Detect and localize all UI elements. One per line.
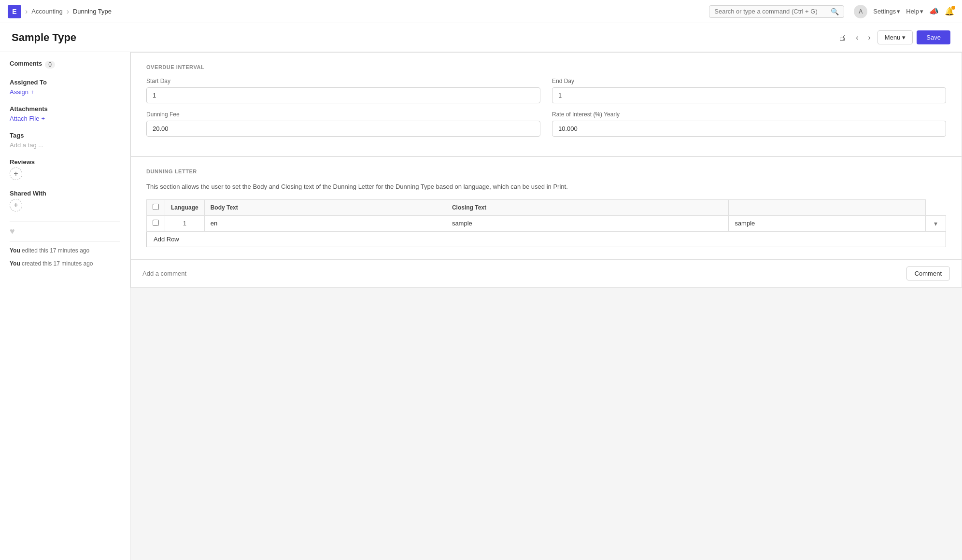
activity-text-1: You edited this 17 minutes ago [10,247,120,255]
menu-button[interactable]: Menu ▾ [877,30,913,44]
add-row-button[interactable]: Add Row [146,232,946,247]
next-button[interactable]: › [865,31,874,44]
page-actions: 🖨 ‹ › Menu ▾ Save [835,30,950,44]
sidebar-divider [10,221,120,222]
header-body: Body Text [204,199,446,215]
sidebar-comments: Comments 0 [10,60,120,69]
overdue-interval-card: OVERDUE INTERVAL Start Day End Day Dunni… [130,52,962,156]
rate-label: Rate of Interest (%) Yearly [552,111,946,118]
row-action-cell: ▾ [926,215,946,231]
main-layout: Comments 0 Assigned To Assign + Attachme… [0,52,962,560]
end-day-label: End Day [552,78,946,84]
row-num: 1 [165,215,205,231]
sidebar-reviews: Reviews + [10,158,120,180]
activity-entry-2: You created this 17 minutes ago [10,260,120,268]
dunning-fee-input[interactable] [146,121,540,137]
assign-link[interactable]: Assign + [10,88,34,96]
notifications-icon[interactable]: 🔔 [945,7,954,16]
tags-placeholder[interactable]: Add a tag ... [10,141,43,149]
end-day-input[interactable] [552,87,946,103]
dunning-fee-label: Dunning Fee [146,111,540,118]
end-day-group: End Day [552,78,946,103]
comment-input[interactable] [142,270,901,277]
header-checkbox-cell [147,199,165,215]
shared-with-label: Shared With [10,190,120,197]
activity-entry-1: You edited this 17 minutes ago [10,247,120,255]
select-all-checkbox[interactable] [153,204,159,210]
rate-input[interactable] [552,121,946,137]
dunning-fee-group: Dunning Fee [146,111,540,137]
start-day-group: Start Day [146,78,540,103]
topnav: E › Accounting › Dunning Type 🔍 A Settin… [0,0,962,23]
breadcrumb-sep2: › [67,7,69,16]
search-icon: 🔍 [831,8,839,15]
rate-group: Rate of Interest (%) Yearly [552,111,946,137]
attachments-label: Attachments [10,105,120,112]
notification-dot [951,6,955,10]
add-shared-button[interactable]: + [10,199,22,211]
breadcrumb-sep1: › [25,7,28,16]
table-row: 1 en sample sample ▾ [147,215,946,231]
comments-label: Comments [10,60,42,67]
overdue-interval-title: OVERDUE INTERVAL [146,64,946,70]
comment-button[interactable]: Comment [906,266,950,280]
sidebar-tags: Tags Add a tag ... [10,132,120,149]
sidebar-attachments: Attachments Attach File + [10,105,120,122]
sidebar-divider2 [10,241,120,242]
print-button[interactable]: 🖨 [835,31,849,44]
row-body[interactable]: sample [446,215,728,231]
header-language: Language [165,199,205,215]
dunning-letter-title: DUNNING LETTER [146,168,946,174]
table-header-row: Language Body Text Closing Text [147,199,946,215]
start-end-day-row: Start Day End Day [146,78,946,103]
sidebar: Comments 0 Assigned To Assign + Attachme… [0,52,130,560]
search-input[interactable] [714,8,828,15]
reviews-label: Reviews [10,158,120,166]
breadcrumb-accounting[interactable]: Accounting [31,8,62,15]
tags-label: Tags [10,132,120,139]
attach-file-link[interactable]: Attach File + [10,115,45,122]
sidebar-assigned-to: Assigned To Assign + [10,79,120,96]
row-action-chevron[interactable]: ▾ [934,220,937,227]
breadcrumb-dunning-type: Dunning Type [73,8,112,15]
content-area: OVERDUE INTERVAL Start Day End Day Dunni… [130,52,962,560]
app-logo: E [8,5,21,18]
row-checkbox[interactable] [153,220,159,226]
settings-button[interactable]: Settings ▾ [873,8,900,15]
topnav-right: A Settings ▾ Help ▾ 📣 🔔 [854,5,954,18]
activity-text-2: You created this 17 minutes ago [10,260,120,268]
comment-card: Comment [130,259,962,288]
dunning-table: Language Body Text Closing Text 1 en sam… [146,199,946,232]
comments-count: 0 [45,61,55,69]
start-day-input[interactable] [146,87,540,103]
dunning-letter-card: DUNNING LETTER This section allows the u… [130,156,962,259]
avatar: A [854,5,867,18]
fee-rate-row: Dunning Fee Rate of Interest (%) Yearly [146,111,946,137]
save-button[interactable]: Save [917,30,950,44]
row-closing[interactable]: sample [729,215,926,231]
dunning-letter-desc: This section allows the user to set the … [146,182,946,192]
row-language[interactable]: en [204,215,446,231]
sidebar-shared-with: Shared With + [10,190,120,211]
header-closing: Closing Text [446,199,728,215]
add-review-button[interactable]: + [10,168,22,180]
header-actions [729,199,926,215]
start-day-label: Start Day [146,78,540,84]
page-header: Sample Type 🖨 ‹ › Menu ▾ Save [0,23,962,52]
page-title: Sample Type [12,31,835,44]
assigned-to-label: Assigned To [10,79,120,86]
heart-icon[interactable]: ♥ [10,226,120,237]
megaphone-icon[interactable]: 📣 [929,7,939,16]
prev-button[interactable]: ‹ [853,31,861,44]
search-bar[interactable]: 🔍 [709,5,844,18]
help-button[interactable]: Help ▾ [906,8,923,15]
row-checkbox-cell [147,215,165,231]
